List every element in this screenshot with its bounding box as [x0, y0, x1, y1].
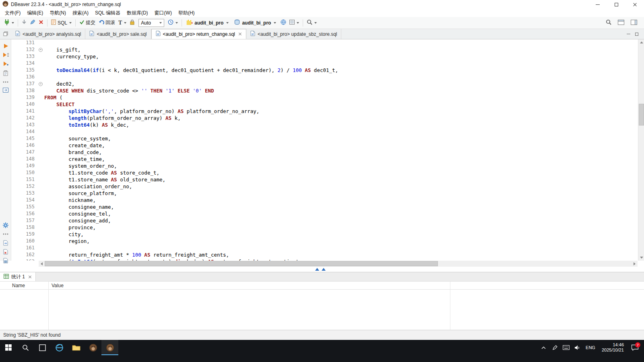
horizontal-scrollbar[interactable] [39, 261, 638, 267]
search-menu-button[interactable] [305, 19, 318, 27]
lock-button[interactable] [128, 19, 136, 27]
editor-tab-2[interactable]: <audit_bi_pro> sale.sql [85, 29, 151, 39]
horizontal-scroll-track[interactable] [45, 261, 632, 267]
menu-item-2[interactable]: 编辑(E) [24, 10, 46, 16]
toggle-panel-button[interactable] [629, 19, 639, 27]
red-x-icon [39, 20, 43, 26]
minimize-window-button[interactable] [588, 0, 607, 9]
code-text: splitByChar(',', platform_order_no) AS p… [44, 108, 259, 115]
title-bar: DBeaver 22.3.4 - <audit_bi_pro> return_c… [0, 0, 644, 9]
chevron-down-icon [175, 22, 178, 24]
menu-item-3[interactable]: 导航(N) [46, 10, 69, 16]
line-number: 144 [11, 128, 38, 135]
sql-editor[interactable]: 131132 is_gift,133 currency_type,134135 … [11, 39, 638, 261]
scroll-left-icon[interactable] [39, 261, 45, 267]
touch-keyboard-icon[interactable] [561, 340, 571, 355]
vertical-scrollbar[interactable] [638, 39, 644, 261]
line-number: 133 [11, 53, 38, 60]
dbeaver-app-button-active[interactable] [101, 340, 118, 355]
open-panel-icon[interactable] [0, 86, 11, 94]
rollback-button[interactable]: 回滚 [97, 19, 117, 27]
open-perspective-button[interactable] [616, 19, 626, 27]
speaker-icon[interactable] [572, 340, 582, 355]
task-view-button[interactable] [34, 340, 51, 355]
menu-item-1[interactable]: 文件(F) [2, 10, 24, 16]
code-line-162: 162 return_freight_amt * 100 AS return_f… [11, 251, 638, 258]
database-selector[interactable]: audit_bi_pro [231, 19, 279, 27]
menu-item-7[interactable]: 窗口(W) [151, 10, 175, 16]
code-line-152: 152 association_order_no, [11, 183, 638, 190]
globe-button[interactable] [279, 19, 288, 27]
open-connection-button[interactable] [2, 18, 16, 27]
grid-view-button[interactable] [288, 19, 301, 27]
tab-statistics[interactable]: 统计 1 [0, 272, 36, 281]
menu-item-5[interactable]: SQL 编辑器 [92, 10, 124, 16]
close-tab-icon[interactable] [238, 32, 242, 36]
pen-input-icon[interactable] [549, 340, 560, 355]
fold-spacer [38, 197, 44, 204]
doc-error-icon[interactable] [0, 248, 11, 256]
editor-tab-1[interactable]: <audit_bi_pro> analysis.sql [11, 29, 85, 39]
start-button[interactable] [0, 340, 17, 355]
transaction-mode-button[interactable]: T [117, 19, 128, 27]
editor-tab-3[interactable]: <audit_bi_pro> return_change.sql [151, 29, 246, 39]
tray-expand-icon[interactable] [538, 340, 549, 355]
maximize-window-button[interactable] [607, 0, 625, 9]
sql-file-icon [250, 31, 255, 37]
maximize-editor-icon[interactable] [635, 33, 638, 36]
fold-spacer [38, 156, 44, 162]
connection-selector[interactable]: audit_bi_pro [184, 19, 231, 27]
taskbar-clock[interactable]: 14:46 2025/10/21 [599, 342, 627, 353]
line-number: 155 [11, 204, 38, 210]
commit-button[interactable]: 提交 [78, 19, 97, 27]
scroll-right-icon[interactable] [632, 261, 638, 267]
edit-button[interactable] [28, 19, 37, 27]
dbeaver-app-button[interactable] [85, 340, 101, 355]
language-indicator[interactable]: ENG [583, 345, 598, 350]
restore-pane-up-icon[interactable] [322, 268, 326, 271]
history-button[interactable] [166, 19, 180, 27]
vertical-scroll-thumb[interactable] [639, 104, 644, 125]
close-tab-icon[interactable] [28, 275, 32, 279]
file-explorer-button[interactable] [68, 340, 85, 355]
menu-item-8[interactable]: 帮助(H) [175, 10, 198, 16]
restore-editors-button[interactable] [0, 29, 11, 39]
search-button[interactable] [604, 19, 613, 27]
column-header-name[interactable]: Name [0, 283, 48, 288]
cancel-button[interactable] [37, 19, 45, 27]
more-actions-icon[interactable] [0, 78, 11, 86]
fetch-button[interactable] [20, 19, 28, 27]
line-number: 150 [11, 169, 38, 176]
line-number: 142 [11, 115, 38, 121]
settings-gear-icon[interactable] [0, 221, 11, 229]
scroll-up-icon[interactable] [638, 39, 644, 45]
fold-collapse-icon[interactable] [38, 46, 44, 53]
fold-spacer [38, 67, 44, 74]
sql-editor-menu-button[interactable]: SQL [50, 19, 73, 27]
export-doc-icon[interactable] [0, 239, 11, 247]
notification-center-button[interactable]: 7 [628, 340, 642, 355]
close-window-button[interactable] [625, 0, 644, 9]
line-number: 156 [11, 210, 38, 217]
menu-item-4[interactable]: 搜索(A) [69, 10, 92, 16]
menu-item-6[interactable]: 数据库(D) [124, 10, 151, 16]
taskbar-search-button[interactable] [17, 340, 34, 355]
fold-collapse-icon[interactable] [38, 80, 44, 87]
internet-explorer-button[interactable] [51, 340, 68, 355]
fold-spacer [38, 149, 44, 156]
doc-grid-icon[interactable] [0, 257, 11, 265]
column-header-value[interactable]: Value [48, 283, 64, 288]
horizontal-scroll-thumb[interactable] [45, 261, 438, 266]
code-line-134: 134 [11, 60, 638, 67]
execute-script-icon[interactable] [0, 51, 11, 59]
editor-tab-4[interactable]: <audit_bi_pro> update_sbz_store.sql [246, 29, 341, 39]
code-text: province, [44, 224, 96, 231]
execute-sql-icon[interactable] [0, 42, 11, 50]
execute-new-tab-icon[interactable] [0, 60, 11, 68]
minimize-editor-icon[interactable] [627, 34, 630, 34]
autocommit-combo[interactable]: Auto [138, 19, 164, 27]
more-icon[interactable] [0, 230, 11, 238]
scroll-down-icon[interactable] [638, 255, 644, 261]
restore-pane-up-icon[interactable] [315, 268, 319, 271]
explain-plan-icon[interactable] [0, 69, 11, 77]
